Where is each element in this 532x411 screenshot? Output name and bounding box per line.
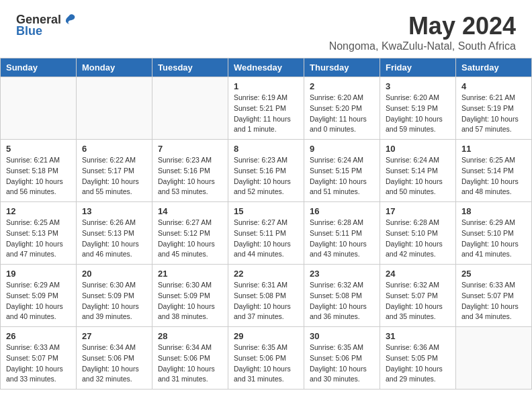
header: General Blue May 2024 Nongoma, KwaZulu-N… [0,0,532,58]
day-number: 15 [234,206,298,216]
logo-blue-text: Blue [16,24,42,38]
calendar-cell: 4Sunrise: 6:21 AM Sunset: 5:19 PM Daylig… [456,77,532,140]
day-number: 4 [461,81,526,91]
day-number: 9 [310,144,374,154]
calendar-cell: 13Sunrise: 6:26 AM Sunset: 5:13 PM Dayli… [77,202,152,265]
day-number: 29 [234,331,298,341]
day-info: Sunrise: 6:23 AM Sunset: 5:16 PM Dayligh… [158,155,222,197]
day-info: Sunrise: 6:24 AM Sunset: 5:15 PM Dayligh… [310,155,374,197]
day-number: 7 [158,144,222,154]
day-info: Sunrise: 6:33 AM Sunset: 5:07 PM Dayligh… [6,342,71,385]
day-info: Sunrise: 6:22 AM Sunset: 5:17 PM Dayligh… [82,155,146,197]
day-number: 13 [82,206,146,216]
calendar-cell: 28Sunrise: 6:34 AM Sunset: 5:06 PM Dayli… [152,327,228,390]
day-number: 3 [386,81,450,91]
calendar-cell: 5Sunrise: 6:21 AM Sunset: 5:18 PM Daylig… [1,140,77,202]
calendar-cell [1,77,77,140]
calendar-cell: 31Sunrise: 6:36 AM Sunset: 5:05 PM Dayli… [380,327,456,390]
calendar-cell [152,77,228,140]
calendar-cell: 22Sunrise: 6:31 AM Sunset: 5:08 PM Dayli… [228,265,304,327]
calendar-header-row: SundayMondayTuesdayWednesdayThursdayFrid… [1,58,532,77]
calendar-cell: 21Sunrise: 6:30 AM Sunset: 5:09 PM Dayli… [152,265,228,327]
calendar-cell: 7Sunrise: 6:23 AM Sunset: 5:16 PM Daylig… [152,140,228,202]
calendar-cell: 11Sunrise: 6:25 AM Sunset: 5:14 PM Dayli… [456,140,532,202]
day-info: Sunrise: 6:31 AM Sunset: 5:08 PM Dayligh… [234,280,298,322]
calendar-cell: 25Sunrise: 6:33 AM Sunset: 5:07 PM Dayli… [456,265,532,327]
day-header-friday: Friday [380,58,456,77]
calendar-cell: 29Sunrise: 6:35 AM Sunset: 5:06 PM Dayli… [228,327,304,390]
day-info: Sunrise: 6:34 AM Sunset: 5:06 PM Dayligh… [158,342,222,385]
day-info: Sunrise: 6:35 AM Sunset: 5:06 PM Dayligh… [234,342,298,385]
day-number: 20 [82,269,146,279]
calendar-cell: 17Sunrise: 6:28 AM Sunset: 5:10 PM Dayli… [380,202,456,265]
day-number: 24 [386,269,450,279]
calendar-week-2: 5Sunrise: 6:21 AM Sunset: 5:18 PM Daylig… [1,140,532,202]
calendar-cell: 30Sunrise: 6:35 AM Sunset: 5:06 PM Dayli… [304,327,380,390]
day-info: Sunrise: 6:27 AM Sunset: 5:11 PM Dayligh… [234,218,298,260]
day-info: Sunrise: 6:33 AM Sunset: 5:07 PM Dayligh… [461,280,526,322]
day-header-wednesday: Wednesday [228,58,304,77]
day-info: Sunrise: 6:24 AM Sunset: 5:14 PM Dayligh… [386,155,450,197]
day-info: Sunrise: 6:19 AM Sunset: 5:21 PM Dayligh… [234,93,298,135]
day-info: Sunrise: 6:32 AM Sunset: 5:07 PM Dayligh… [386,280,450,322]
calendar-cell [77,77,152,140]
day-number: 27 [82,331,146,341]
calendar-cell: 3Sunrise: 6:20 AM Sunset: 5:19 PM Daylig… [380,77,456,140]
calendar-week-3: 12Sunrise: 6:25 AM Sunset: 5:13 PM Dayli… [1,202,532,265]
main-title: May 2024 [329,12,516,40]
day-number: 14 [158,206,222,216]
calendar-cell: 27Sunrise: 6:34 AM Sunset: 5:06 PM Dayli… [77,327,152,390]
day-header-saturday: Saturday [456,58,532,77]
day-info: Sunrise: 6:21 AM Sunset: 5:19 PM Dayligh… [461,93,526,135]
calendar-cell: 26Sunrise: 6:33 AM Sunset: 5:07 PM Dayli… [1,327,77,390]
day-info: Sunrise: 6:27 AM Sunset: 5:12 PM Dayligh… [158,218,222,260]
calendar-cell: 24Sunrise: 6:32 AM Sunset: 5:07 PM Dayli… [380,265,456,327]
day-number: 28 [158,331,222,341]
logo-bird-icon [62,12,77,27]
day-number: 5 [6,144,71,154]
calendar-week-5: 26Sunrise: 6:33 AM Sunset: 5:07 PM Dayli… [1,327,532,390]
logo: General Blue [16,12,77,38]
day-number: 17 [386,206,450,216]
calendar-cell: 1Sunrise: 6:19 AM Sunset: 5:21 PM Daylig… [228,77,304,140]
calendar-cell [456,327,532,390]
day-info: Sunrise: 6:20 AM Sunset: 5:19 PM Dayligh… [386,93,450,135]
calendar-cell: 23Sunrise: 6:32 AM Sunset: 5:08 PM Dayli… [304,265,380,327]
day-info: Sunrise: 6:28 AM Sunset: 5:10 PM Dayligh… [386,218,450,260]
day-header-sunday: Sunday [1,58,77,77]
day-info: Sunrise: 6:21 AM Sunset: 5:18 PM Dayligh… [6,155,71,197]
title-section: May 2024 Nongoma, KwaZulu-Natal, South A… [329,12,516,52]
day-info: Sunrise: 6:35 AM Sunset: 5:06 PM Dayligh… [310,342,374,385]
day-info: Sunrise: 6:34 AM Sunset: 5:06 PM Dayligh… [82,342,146,385]
day-info: Sunrise: 6:23 AM Sunset: 5:16 PM Dayligh… [234,155,298,197]
day-number: 25 [461,269,526,279]
day-info: Sunrise: 6:29 AM Sunset: 5:09 PM Dayligh… [6,280,71,322]
day-number: 6 [82,144,146,154]
calendar-cell: 9Sunrise: 6:24 AM Sunset: 5:15 PM Daylig… [304,140,380,202]
day-number: 21 [158,269,222,279]
day-info: Sunrise: 6:28 AM Sunset: 5:11 PM Dayligh… [310,218,374,260]
day-header-tuesday: Tuesday [152,58,228,77]
calendar-cell: 6Sunrise: 6:22 AM Sunset: 5:17 PM Daylig… [77,140,152,202]
day-number: 31 [386,331,450,341]
calendar-week-1: 1Sunrise: 6:19 AM Sunset: 5:21 PM Daylig… [1,77,532,140]
day-number: 11 [461,144,526,154]
calendar-week-4: 19Sunrise: 6:29 AM Sunset: 5:09 PM Dayli… [1,265,532,327]
calendar-cell: 8Sunrise: 6:23 AM Sunset: 5:16 PM Daylig… [228,140,304,202]
day-number: 26 [6,331,71,341]
day-number: 23 [310,269,374,279]
day-info: Sunrise: 6:26 AM Sunset: 5:13 PM Dayligh… [82,218,146,260]
day-info: Sunrise: 6:29 AM Sunset: 5:10 PM Dayligh… [461,218,526,260]
calendar-cell: 12Sunrise: 6:25 AM Sunset: 5:13 PM Dayli… [1,202,77,265]
calendar-cell: 15Sunrise: 6:27 AM Sunset: 5:11 PM Dayli… [228,202,304,265]
calendar-cell: 16Sunrise: 6:28 AM Sunset: 5:11 PM Dayli… [304,202,380,265]
day-info: Sunrise: 6:20 AM Sunset: 5:20 PM Dayligh… [310,93,374,135]
calendar-cell: 20Sunrise: 6:30 AM Sunset: 5:09 PM Dayli… [77,265,152,327]
day-number: 18 [461,206,526,216]
calendar-cell: 18Sunrise: 6:29 AM Sunset: 5:10 PM Dayli… [456,202,532,265]
day-header-thursday: Thursday [304,58,380,77]
day-number: 12 [6,206,71,216]
calendar-cell: 10Sunrise: 6:24 AM Sunset: 5:14 PM Dayli… [380,140,456,202]
day-header-monday: Monday [77,58,152,77]
day-info: Sunrise: 6:36 AM Sunset: 5:05 PM Dayligh… [386,342,450,385]
